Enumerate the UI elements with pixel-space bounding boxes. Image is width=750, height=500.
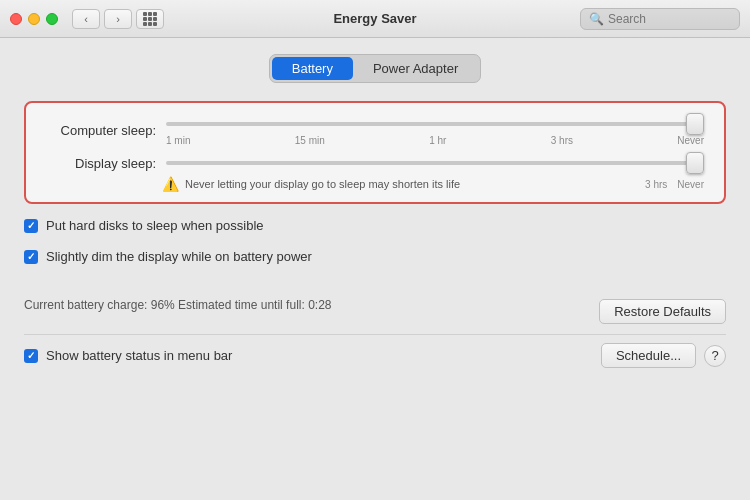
computer-sleep-labels: 1 min 15 min 1 hr 3 hrs Never [166, 135, 704, 146]
search-icon: 🔍 [589, 12, 604, 26]
tab-group: Battery Power Adapter [269, 54, 481, 83]
label-15min: 15 min [295, 135, 325, 146]
computer-sleep-row: Computer sleep: 1 min 15 min 1 hr 3 hrs … [46, 115, 704, 146]
schedule-button[interactable]: Schedule... [601, 343, 696, 368]
back-button[interactable]: ‹ [72, 9, 100, 29]
display-sleep-slider[interactable] [166, 161, 704, 165]
traffic-lights [10, 13, 58, 25]
warning-3hrs: 3 hrs [645, 179, 667, 190]
display-sleep-track [166, 154, 704, 172]
bottom-right: Schedule... ? [601, 343, 726, 368]
close-button[interactable] [10, 13, 22, 25]
grid-icon [143, 12, 157, 26]
computer-sleep-slider[interactable] [166, 122, 704, 126]
show-battery-checkbox[interactable]: ✓ [24, 349, 38, 363]
forward-button[interactable]: › [104, 9, 132, 29]
checkbox-row-dim[interactable]: ✓ Slightly dim the display while on batt… [24, 247, 726, 266]
display-warning-row: ⚠️ Never letting your display go to slee… [46, 176, 704, 192]
label-never: Never [677, 135, 704, 146]
minimize-button[interactable] [28, 13, 40, 25]
dim-checkbox[interactable]: ✓ [24, 250, 38, 264]
warning-icon: ⚠️ [162, 176, 179, 192]
nav-buttons: ‹ › [72, 9, 132, 29]
restore-defaults-button[interactable]: Restore Defaults [599, 299, 726, 324]
tab-power-adapter[interactable]: Power Adapter [353, 57, 478, 80]
warning-text: Never letting your display go to sleep m… [185, 178, 460, 190]
label-1min: 1 min [166, 135, 190, 146]
display-sleep-slider-container [166, 154, 704, 172]
harddisk-checkbox[interactable]: ✓ [24, 219, 38, 233]
divider [24, 334, 726, 335]
tab-container: Battery Power Adapter [24, 54, 726, 83]
main-content: Battery Power Adapter Computer sleep: 1 … [0, 38, 750, 380]
display-sleep-label: Display sleep: [46, 156, 156, 171]
checkbox-row-harddisk[interactable]: ✓ Put hard disks to sleep when possible [24, 216, 726, 235]
battery-info: Current battery charge: 96% Estimated ti… [24, 298, 331, 312]
help-button[interactable]: ? [704, 345, 726, 367]
search-bar[interactable]: 🔍 [580, 8, 740, 30]
dim-label: Slightly dim the display while on batter… [46, 249, 312, 264]
warning-never: Never [677, 179, 704, 190]
checkmark-icon: ✓ [27, 220, 35, 231]
label-3hrs: 3 hrs [551, 135, 573, 146]
show-battery-label: Show battery status in menu bar [46, 348, 232, 363]
computer-sleep-track [166, 115, 704, 133]
bottom-bar: ✓ Show battery status in menu bar Schedu… [24, 343, 726, 368]
grid-menu-button[interactable] [136, 9, 164, 29]
label-1hr: 1 hr [429, 135, 446, 146]
sleep-settings-box: Computer sleep: 1 min 15 min 1 hr 3 hrs … [24, 101, 726, 204]
maximize-button[interactable] [46, 13, 58, 25]
show-battery-row: ✓ Show battery status in menu bar [24, 348, 232, 363]
computer-sleep-slider-container: 1 min 15 min 1 hr 3 hrs Never [166, 115, 704, 146]
search-input[interactable] [608, 12, 731, 26]
bottom-section: Current battery charge: 96% Estimated ti… [24, 298, 726, 368]
checkmark-icon-2: ✓ [27, 251, 35, 262]
checkmark-icon-3: ✓ [27, 350, 35, 361]
titlebar: ‹ › Energy Saver 🔍 [0, 0, 750, 38]
computer-sleep-label: Computer sleep: [46, 123, 156, 138]
window-title: Energy Saver [333, 11, 416, 26]
harddisk-label: Put hard disks to sleep when possible [46, 218, 264, 233]
tab-battery[interactable]: Battery [272, 57, 353, 80]
display-sleep-row: Display sleep: ⚠️ Never letting your dis… [46, 154, 704, 192]
